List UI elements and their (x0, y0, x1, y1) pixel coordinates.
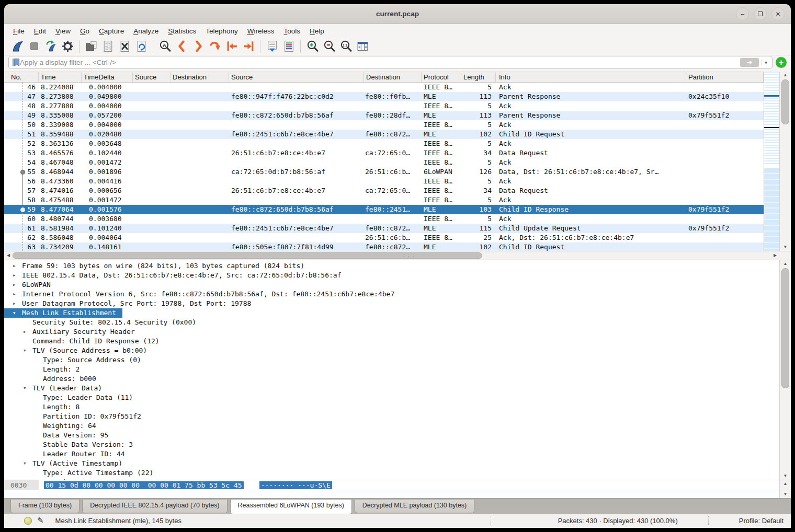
packet-row-51[interactable]: 518.3594880.020480fe80::2451:c6b7:e8ce:4… (4, 130, 764, 139)
column-header-time[interactable]: Time (39, 72, 82, 82)
zoom-in-button[interactable] (304, 39, 320, 54)
expanded-arrow-icon[interactable]: ▾ (21, 459, 32, 468)
packet-row-62[interactable]: 628.5860480.00406426:51:c6:b…IEEE 8…25Ac… (4, 233, 764, 242)
column-header-part[interactable]: Partition (686, 72, 764, 82)
display-filter-input[interactable] (20, 59, 740, 66)
menu-analyze[interactable]: Analyze (129, 26, 163, 37)
column-header-delta[interactable]: TimeDelta (82, 72, 133, 82)
expanded-arrow-icon[interactable]: ▾ (10, 308, 22, 318)
column-header-src[interactable]: Source (133, 72, 171, 82)
menu-wireless[interactable]: Wireless (243, 26, 279, 37)
packet-row-53[interactable]: 538.4655760.10244026:51:c6:b7:e8:ce:4b:e… (4, 148, 764, 158)
file-close-button[interactable] (117, 39, 132, 54)
scrollbar-thumb[interactable] (781, 268, 789, 388)
menu-statistics[interactable]: Statistics (163, 26, 201, 37)
close-button[interactable]: ✕ (771, 7, 785, 20)
scroll-up-arrow[interactable]: ▲ (780, 260, 791, 268)
packet-row-50[interactable]: 508.3390080.004000IEEE 8…5Ack (4, 120, 764, 130)
colorize-button[interactable] (281, 39, 297, 54)
menu-tools[interactable]: Tools (279, 26, 305, 37)
packet-row-61[interactable]: 618.5819840.101240fe80::2451:c6b7:e8ce:4… (4, 224, 764, 233)
packet-list-hscrollbar[interactable]: ◀ ▶ ⋮⋮⋮ (4, 251, 791, 260)
go-jump-button[interactable] (207, 39, 223, 54)
packet-row-59[interactable]: 598.4770640.001576fe80::c872:650d:b7b8:5… (4, 205, 764, 214)
detail-row[interactable]: ▸6LoWPAN (4, 280, 779, 290)
detail-row[interactable]: Stable Data Version: 3 (4, 440, 779, 449)
packet-row-52[interactable]: 528.3631360.003648IEEE 8…5Ack (4, 139, 764, 148)
detail-row[interactable]: Partition ID: 0x79f551f2 (4, 412, 779, 421)
capture-options-button[interactable] (60, 39, 75, 54)
collapsed-arrow-icon[interactable]: ▸ (21, 327, 32, 337)
packet-row-60[interactable]: 608.4807440.003680IEEE 8…5Ack (4, 214, 764, 224)
packet-list-vscrollbar[interactable]: ▲ ▼ (779, 72, 791, 251)
scroll-down-arrow[interactable]: ▼ (780, 244, 791, 251)
hex-row[interactable]: 0030 00 15 0d 00 00 00 00 00 00 00 01 75… (4, 480, 779, 490)
hex-ascii-selected[interactable]: ········ ···u·S\E (259, 481, 332, 489)
detail-row[interactable]: Weighting: 64 (4, 421, 779, 431)
details-vscrollbar[interactable]: ▲ ▼ (779, 260, 791, 480)
detail-row[interactable]: Type: Active Timestamp (22) (4, 468, 779, 478)
capture-stop-button[interactable] (26, 39, 42, 54)
detail-row[interactable]: ▸Frame 59: 103 bytes on wire (824 bits),… (4, 261, 779, 271)
packet-row-46[interactable]: 468.2240080.004000IEEE 8…5Ack (4, 83, 764, 92)
detail-row[interactable]: Type: Leader Data (11) (4, 393, 779, 402)
capture-start-button[interactable] (9, 39, 25, 54)
byte-view-tab-1[interactable]: Decrypted IEEE 802.15.4 payload (70 byte… (82, 500, 227, 513)
detail-row[interactable]: Leader Router ID: 44 (4, 449, 779, 459)
file-save-button[interactable]: 010101100011 (100, 39, 116, 54)
bytes-vscrollbar[interactable]: ▲ ▼ (779, 480, 791, 498)
detail-row[interactable]: Data Version: 95 (4, 431, 779, 440)
column-header-no[interactable]: No. (4, 72, 39, 82)
resize-columns-button[interactable] (355, 39, 370, 54)
go-first-button[interactable] (224, 39, 240, 54)
menu-capture[interactable]: Capture (94, 26, 129, 37)
pane-splitter-handle[interactable]: ⋮⋮⋮ (402, 254, 416, 259)
file-open-button[interactable] (83, 39, 99, 54)
column-header-dst[interactable]: Destination (171, 72, 229, 82)
scroll-left-arrow[interactable]: ◀ (4, 251, 13, 260)
packet-row-49[interactable]: 498.3350080.057200fe80::c872:650d:b7b8:5… (4, 111, 764, 120)
menu-go[interactable]: Go (75, 26, 94, 37)
detail-row[interactable]: ▾TLV (Source Address = b0:00) (4, 346, 779, 355)
maximize-button[interactable] (754, 7, 767, 20)
column-header-dst2[interactable]: Destination (364, 72, 422, 82)
go-last-button[interactable] (241, 39, 256, 54)
go-next-button[interactable] (190, 39, 206, 54)
status-profile[interactable]: Profile: Default (718, 517, 783, 525)
collapsed-arrow-icon[interactable]: ▸ (10, 290, 22, 299)
collapsed-arrow-icon[interactable]: ▸ (10, 271, 22, 280)
expert-info-icon[interactable] (24, 517, 32, 525)
add-filter-button[interactable]: + (776, 57, 787, 68)
packet-row-55[interactable]: 558.4689440.001896ca:72:65:0d:b7:b8:56:a… (4, 167, 764, 177)
scrollbar-thumb[interactable] (781, 79, 789, 124)
menu-edit[interactable]: Edit (29, 26, 51, 37)
packet-row-63[interactable]: 638.7342090.148161fe80::505e:f807:7f81:4… (4, 242, 764, 251)
packet-row-48[interactable]: 488.2778080.004000IEEE 8…5Ack (4, 101, 764, 111)
filter-dropdown-caret[interactable]: ▾ (762, 60, 770, 65)
auto-scroll-button[interactable] (264, 39, 280, 54)
detail-row[interactable]: Address: b000 (4, 374, 779, 384)
packet-row-57[interactable]: 578.4740160.00065626:51:c6:b7:e8:ce:4b:e… (4, 186, 764, 195)
capture-restart-button[interactable] (43, 39, 59, 54)
menu-file[interactable]: File (8, 26, 29, 37)
packet-row-58[interactable]: 588.4754880.001472IEEE 8…5Ack (4, 195, 764, 205)
packet-row-56[interactable]: 568.4733600.004416IEEE 8…5Ack (4, 177, 764, 186)
column-header-proto[interactable]: Protocol (422, 72, 460, 82)
detail-row[interactable]: ▸Internet Protocol Version 6, Src: fe80:… (4, 290, 779, 299)
scroll-up-arrow[interactable]: ▲ (780, 480, 791, 488)
reload-button[interactable] (133, 39, 149, 54)
detail-row[interactable]: Length: 2 (4, 365, 779, 374)
detail-row[interactable]: Security Suite: 802.15.4 Security (0x00) (4, 318, 779, 327)
packet-row-47[interactable]: 478.2738080.049800fe80::947f:f476:22bc:c… (4, 92, 764, 101)
intelligent-scrollbar-minimap[interactable] (764, 72, 779, 251)
collapsed-arrow-icon[interactable]: ▸ (10, 299, 22, 308)
detail-row[interactable]: Command: Child ID Response (12) (4, 337, 779, 346)
capture-comment-icon[interactable]: ✎ (37, 516, 44, 525)
detail-row[interactable]: ▾TLV (Active Timestamp) (4, 459, 779, 468)
bookmark-icon[interactable] (12, 58, 20, 67)
detail-row[interactable]: ▸Auxiliary Security Header (4, 327, 779, 337)
menu-help[interactable]: Help (305, 26, 329, 37)
scroll-down-arrow[interactable]: ▼ (780, 491, 791, 498)
hex-bytes-selected[interactable]: 00 15 0d 00 00 00 00 00 00 00 01 75 bb 5… (44, 481, 244, 489)
column-header-len[interactable]: Length (460, 72, 496, 82)
